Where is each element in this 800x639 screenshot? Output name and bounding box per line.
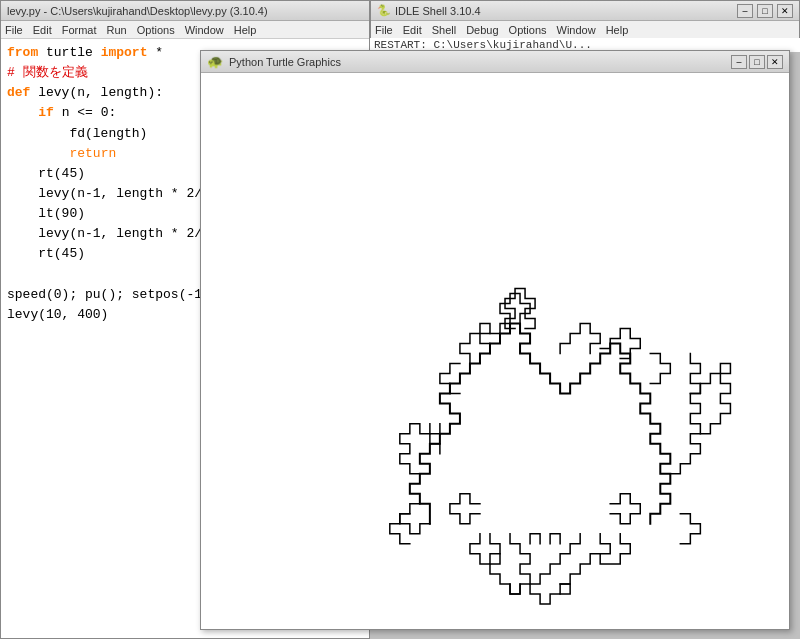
svg-rect-0 [209,73,780,629]
menu-run[interactable]: Run [107,24,127,36]
idle-menu-help[interactable]: Help [606,24,629,36]
turtle-canvas [201,73,789,629]
menu-file[interactable]: File [5,24,23,36]
idle-minimize-btn[interactable]: – [737,4,753,18]
code-editor-menubar: File Edit Format Run Options Window Help [1,21,369,39]
menu-options[interactable]: Options [137,24,175,36]
idle-maximize-btn[interactable]: □ [757,4,773,18]
levy-fractal-svg [201,73,789,629]
idle-menu-options[interactable]: Options [509,24,547,36]
turtle-window-title: Python Turtle Graphics [229,56,341,68]
idle-shell-title-area: 🐍 IDLE Shell 3.10.4 [377,4,481,17]
code-editor-titlebar: levy.py - C:\Users\kujirahand\Desktop\le… [1,1,369,21]
idle-menu-file[interactable]: File [375,24,393,36]
idle-close-btn[interactable]: ✕ [777,4,793,18]
idle-menu-window[interactable]: Window [557,24,596,36]
idle-menu-shell[interactable]: Shell [432,24,456,36]
menu-window[interactable]: Window [185,24,224,36]
turtle-close-btn[interactable]: ✕ [767,55,783,69]
idle-shell-icon: 🐍 [377,4,391,17]
turtle-app-icon: 🐢 [207,54,223,69]
turtle-titlebar: 🐢 Python Turtle Graphics – □ ✕ [201,51,789,73]
idle-shell-menubar: File Edit Shell Debug Options Window Hel… [371,21,799,39]
code-editor-title: levy.py - C:\Users\kujirahand\Desktop\le… [7,5,268,17]
idle-win-controls: – □ ✕ [737,4,793,18]
turtle-graphics-window: 🐢 Python Turtle Graphics – □ ✕ [200,50,790,630]
turtle-maximize-btn[interactable]: □ [749,55,765,69]
turtle-title-area: 🐢 Python Turtle Graphics [207,54,341,69]
menu-format[interactable]: Format [62,24,97,36]
menu-help[interactable]: Help [234,24,257,36]
idle-menu-edit[interactable]: Edit [403,24,422,36]
menu-edit[interactable]: Edit [33,24,52,36]
idle-shell-title: IDLE Shell 3.10.4 [395,5,481,17]
idle-menu-debug[interactable]: Debug [466,24,498,36]
turtle-minimize-btn[interactable]: – [731,55,747,69]
idle-shell-titlebar: 🐍 IDLE Shell 3.10.4 – □ ✕ [371,1,799,21]
turtle-win-controls: – □ ✕ [731,55,783,69]
